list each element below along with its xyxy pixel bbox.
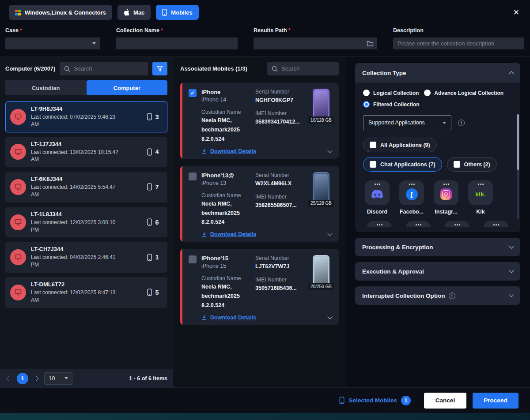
collection-type-radio[interactable]: Filtered Collection [363,101,420,108]
folder-icon[interactable] [367,41,374,47]
associated-mobile-count[interactable]: 1 [139,242,167,272]
checkbox-icon [370,142,376,148]
application-name: Kik [466,209,495,215]
selected-mobiles-summary[interactable]: Selected Mobiles 1 [339,396,411,405]
application-filter-chip[interactable]: Others (2) [447,157,497,172]
mobile-checkbox[interactable] [189,255,197,263]
mobiles-search-box [267,62,339,75]
phone-icon [147,113,152,120]
application-filter-chip[interactable]: Chat Applications (7) [363,157,442,172]
chevron-down-icon [443,122,446,124]
mobile-icon [162,9,167,16]
info-icon[interactable] [458,120,465,126]
storage-badge: 25/128 GB [308,200,334,207]
computer-panel-title: Computer (6/2007) [5,65,55,72]
associated-mobile-count[interactable]: 4 [139,137,167,167]
computer-row[interactable]: LT-6K8J344 Last connected: 14/02/2025 5:… [5,172,167,202]
associated-mobile-count[interactable]: 6 [139,207,167,237]
page-size-select[interactable]: 10 [44,372,72,385]
mobile-count-value: 7 [155,184,159,191]
expand-chevron-icon[interactable] [327,148,332,153]
scrollbar-thumb[interactable] [517,114,519,170]
filter-button[interactable] [152,62,167,75]
imei-number-value: 3583934170412... [255,118,309,126]
collection-name-input[interactable] [116,38,238,49]
supported-applications-dropdown[interactable]: Supported Applications [363,115,451,130]
computer-row[interactable]: LT-1L8J344 Last connected: 12/02/2025 3:… [5,207,167,238]
mobile-model: iPhone 15 [201,263,255,269]
section-label: Processing & Encryption [362,244,433,251]
mobile-checkbox[interactable] [189,89,197,97]
next-page-icon[interactable] [33,375,40,382]
application-tile[interactable]: Discord [363,180,391,215]
platform-tab[interactable]: Mobiles [156,5,198,20]
mobiles-panel-title: Associated Mobiles (1/3) [180,65,247,72]
application-tile[interactable]: kik. Kik [466,180,495,215]
mobile-model: iPhone 14 [201,97,255,103]
application-tile[interactable]: Instagr... [432,180,460,215]
segment-tab[interactable]: Computer [87,80,168,95]
download-details-link[interactable]: Download Details [201,315,256,321]
pagination-range: 1 - 6 of 6 items [129,375,167,382]
app-menu-icon [411,184,413,185]
results-path-input[interactable] [254,38,377,49]
platform-tab[interactable]: Mac [117,5,151,20]
collection-type-header[interactable]: Collection Type [355,63,520,82]
download-details-link[interactable]: Download Details [201,148,256,154]
computer-name: LT-6K8J344 [31,176,125,182]
collapsed-section-header[interactable]: Interrupted Collection Option [355,286,520,305]
app-menu-icon [480,184,481,185]
description-input[interactable] [393,38,524,49]
custodian-name-label: Custodian Name [201,275,255,281]
collapsed-section-header[interactable]: Processing & Encryption [355,238,520,256]
current-page-button[interactable]: 1 [17,373,28,384]
collection-type-radio[interactable]: Logical Collection [363,90,419,96]
mobile-checkbox[interactable] [189,172,197,180]
chip-label: All Applications (9) [380,142,430,148]
download-icon [201,315,207,320]
apps-next-row-partial [363,221,512,227]
computer-last-connected: Last connected: 14/02/2025 5:54:47 AM [31,184,125,199]
computer-search-input[interactable] [74,65,144,72]
collection-type-radio[interactable]: Advance Logical Collection [424,90,504,96]
associated-mobile-count[interactable]: 7 [139,172,167,202]
computer-last-connected: Last connected: 12/02/2025 8:47:13 AM [31,289,125,304]
segment-tab[interactable]: Custodian [5,80,87,95]
computer-row[interactable]: LT-CH7J344 Last connected: 04/02/2025 2:… [5,242,167,273]
collection-options-panel: Collection Type Logical Collection Advan… [346,57,530,387]
collapsed-section-header[interactable]: Execution & Approval [355,262,520,281]
associated-mobile-count[interactable]: 3 [139,102,167,132]
associated-mobile-count[interactable]: 5 [139,278,167,308]
platform-tabs: Windows,Linux & Connectors Mac Mobiles [9,5,199,20]
info-icon[interactable] [449,292,455,299]
case-select[interactable] [5,38,100,49]
mobiles-search-input[interactable] [281,65,334,72]
mobile-count-value: 6 [155,219,159,226]
segment-tab-label: Custodian [32,85,60,91]
checkbox-icon [370,161,376,168]
close-icon[interactable]: ✕ [511,7,521,18]
application-tile[interactable]: f Facebo... [398,180,426,215]
results-path-text[interactable] [258,40,367,47]
mobile-card[interactable]: iPhone'15 iPhone 15 Custodian Name Neela… [180,249,339,325]
cancel-button[interactable]: Cancel [424,393,466,409]
computer-row[interactable]: LT-DML6T72 Last connected: 12/02/2025 8:… [5,277,167,308]
expand-chevron-icon[interactable] [327,231,332,236]
download-details-link[interactable]: Download Details [201,231,256,237]
collapsed-option-sections: Processing & Encryption Execution & Appr… [355,232,520,305]
platform-tab[interactable]: Windows,Linux & Connectors [9,5,112,20]
mobile-card[interactable]: iPhone'13@ iPhone 13 Custodian Name Neel… [180,166,339,242]
mobile-card[interactable]: iPhone iPhone 14 Custodian Name Neela RM… [180,82,339,159]
expand-chevron-icon[interactable] [327,314,332,319]
phone-icon [147,289,152,296]
previous-page-icon[interactable] [5,375,12,382]
scrollbar-track[interactable] [517,114,519,219]
custodian-name-value: Neela RMC, [201,200,255,208]
phone-icon [147,254,152,261]
application-filter-chip[interactable]: All Applications (9) [363,138,437,152]
mobile-name: iPhone [201,89,255,95]
proceed-button[interactable]: Proceed [473,393,519,409]
mobile-name: iPhone'13@ [201,172,255,179]
computer-row[interactable]: LT-1J7J344 Last connected: 13/02/2025 10… [5,137,167,168]
computer-row[interactable]: LT-9H8J344 Last connected: 07/02/2025 9:… [5,101,167,132]
